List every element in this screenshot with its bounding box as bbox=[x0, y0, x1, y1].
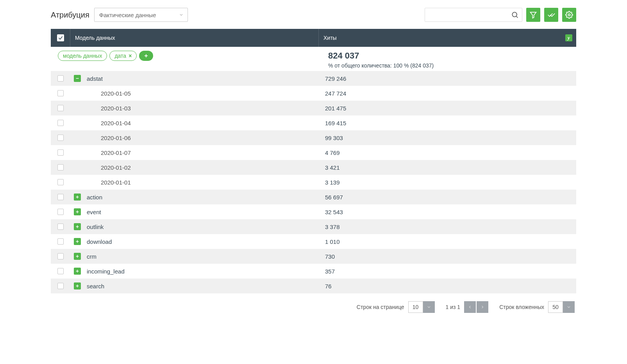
row-checkbox[interactable] bbox=[51, 149, 70, 156]
group-row: incoming_lead357 bbox=[51, 264, 576, 279]
group-row: event32 543 bbox=[51, 204, 576, 219]
close-icon[interactable]: × bbox=[129, 53, 132, 59]
row-checkbox[interactable] bbox=[51, 268, 70, 274]
expand-icon[interactable] bbox=[74, 268, 81, 275]
group-row: search76 bbox=[51, 279, 576, 293]
table-body: adstat729 2462020-01-05247 7242020-01-03… bbox=[51, 71, 576, 293]
data-type-select[interactable]: Фактические данные bbox=[94, 8, 188, 22]
group-name: event bbox=[84, 209, 319, 215]
group-name: search bbox=[84, 283, 319, 289]
group-name: adstat bbox=[84, 75, 319, 82]
expand-icon[interactable] bbox=[74, 208, 81, 215]
row-checkbox[interactable] bbox=[51, 164, 70, 170]
filter-chip-model[interactable]: модель данных bbox=[58, 51, 107, 61]
group-hits: 729 246 bbox=[319, 75, 576, 82]
child-row: 2020-01-023 421 bbox=[51, 160, 576, 175]
column-header-model[interactable]: Модель данных bbox=[70, 29, 319, 47]
row-checkbox[interactable] bbox=[51, 209, 70, 215]
rows-per-page-select[interactable]: 10 bbox=[408, 301, 435, 313]
apply-button[interactable] bbox=[544, 8, 558, 22]
search-icon[interactable] bbox=[511, 11, 519, 19]
group-name: outlink bbox=[84, 224, 319, 230]
search-input-wrap[interactable] bbox=[425, 8, 522, 22]
table-header: Модель данных Хиты y bbox=[51, 29, 576, 47]
expand-icon[interactable] bbox=[74, 238, 81, 245]
svg-line-1 bbox=[516, 16, 518, 18]
child-date: 2020-01-01 bbox=[84, 179, 319, 186]
child-row: 2020-01-074 769 bbox=[51, 145, 576, 160]
group-hits: 3 378 bbox=[319, 224, 576, 230]
metric-badge-icon: y bbox=[565, 34, 572, 41]
expand-icon[interactable] bbox=[74, 194, 81, 201]
filter-chip-date[interactable]: дата × bbox=[109, 51, 137, 61]
row-checkbox[interactable] bbox=[51, 283, 70, 289]
nested-rows-select[interactable]: 50 bbox=[548, 301, 575, 313]
hits-subtitle: % от общего количества: 100 % (824 037) bbox=[328, 62, 576, 69]
row-checkbox[interactable] bbox=[51, 194, 70, 200]
hits-summary: 824 037 % от общего количества: 100 % (8… bbox=[322, 51, 576, 69]
topbar: Атрибуция Фактические данные bbox=[51, 8, 576, 22]
rows-per-page-label: Строк на странице bbox=[357, 304, 404, 310]
row-checkbox[interactable] bbox=[51, 238, 70, 245]
group-hits: 32 543 bbox=[319, 209, 576, 215]
row-checkbox[interactable] bbox=[51, 75, 70, 82]
group-row: outlink3 378 bbox=[51, 219, 576, 234]
group-name: download bbox=[84, 238, 319, 245]
chevron-down-icon bbox=[179, 12, 184, 17]
group-hits: 357 bbox=[319, 268, 576, 275]
child-date: 2020-01-07 bbox=[84, 149, 319, 156]
child-row: 2020-01-0699 303 bbox=[51, 130, 576, 145]
group-hits: 1 010 bbox=[319, 238, 576, 245]
group-name: action bbox=[84, 194, 319, 201]
table-footer: Строк на странице 10 1 из 1 Строк вложен… bbox=[51, 293, 576, 314]
hits-total: 824 037 bbox=[328, 51, 576, 61]
prev-page-button[interactable] bbox=[464, 301, 476, 313]
svg-point-3 bbox=[568, 14, 570, 16]
child-date: 2020-01-06 bbox=[84, 135, 319, 141]
row-checkbox[interactable] bbox=[51, 135, 70, 141]
select-all-checkbox[interactable] bbox=[51, 29, 70, 47]
page-title: Атрибуция bbox=[51, 11, 89, 20]
group-row: crm730 bbox=[51, 249, 576, 264]
child-row: 2020-01-05247 724 bbox=[51, 86, 576, 101]
child-date: 2020-01-05 bbox=[84, 90, 319, 97]
child-hits: 3 421 bbox=[319, 164, 576, 171]
svg-point-0 bbox=[512, 12, 517, 17]
group-row: adstat729 246 bbox=[51, 71, 576, 86]
expand-icon[interactable] bbox=[74, 282, 81, 289]
child-hits: 169 415 bbox=[319, 120, 576, 126]
row-checkbox[interactable] bbox=[51, 179, 70, 185]
column-header-hits[interactable]: Хиты y bbox=[319, 29, 576, 47]
chevron-down-icon[interactable] bbox=[563, 301, 575, 313]
row-checkbox[interactable] bbox=[51, 105, 70, 111]
child-hits: 3 139 bbox=[319, 179, 576, 186]
child-date: 2020-01-02 bbox=[84, 164, 319, 171]
add-filter-button[interactable] bbox=[139, 51, 153, 61]
data-type-select-value: Фактические данные bbox=[99, 12, 156, 18]
filter-chips-row: модель данных дата × 824 037 % от общего… bbox=[51, 47, 576, 71]
child-hits: 247 724 bbox=[319, 90, 576, 97]
child-date: 2020-01-03 bbox=[84, 105, 319, 112]
next-page-button[interactable] bbox=[477, 301, 488, 313]
nested-rows-label: Строк вложенных bbox=[499, 304, 544, 310]
chevron-down-icon[interactable] bbox=[423, 301, 435, 313]
group-name: crm bbox=[84, 253, 319, 260]
settings-button[interactable] bbox=[562, 8, 576, 22]
svg-marker-2 bbox=[531, 12, 536, 18]
group-row: action56 697 bbox=[51, 190, 576, 204]
child-hits: 4 769 bbox=[319, 149, 576, 156]
expand-icon[interactable] bbox=[74, 253, 81, 260]
filter-button[interactable] bbox=[526, 8, 540, 22]
row-checkbox[interactable] bbox=[51, 90, 70, 96]
collapse-icon[interactable] bbox=[74, 75, 81, 82]
page-info: 1 из 1 bbox=[446, 304, 461, 310]
row-checkbox[interactable] bbox=[51, 224, 70, 230]
expand-icon[interactable] bbox=[74, 223, 81, 230]
search-input[interactable] bbox=[428, 12, 511, 18]
child-date: 2020-01-04 bbox=[84, 120, 319, 126]
child-hits: 99 303 bbox=[319, 135, 576, 141]
row-checkbox[interactable] bbox=[51, 120, 70, 126]
group-hits: 730 bbox=[319, 253, 576, 260]
group-row: download1 010 bbox=[51, 234, 576, 249]
row-checkbox[interactable] bbox=[51, 253, 70, 259]
